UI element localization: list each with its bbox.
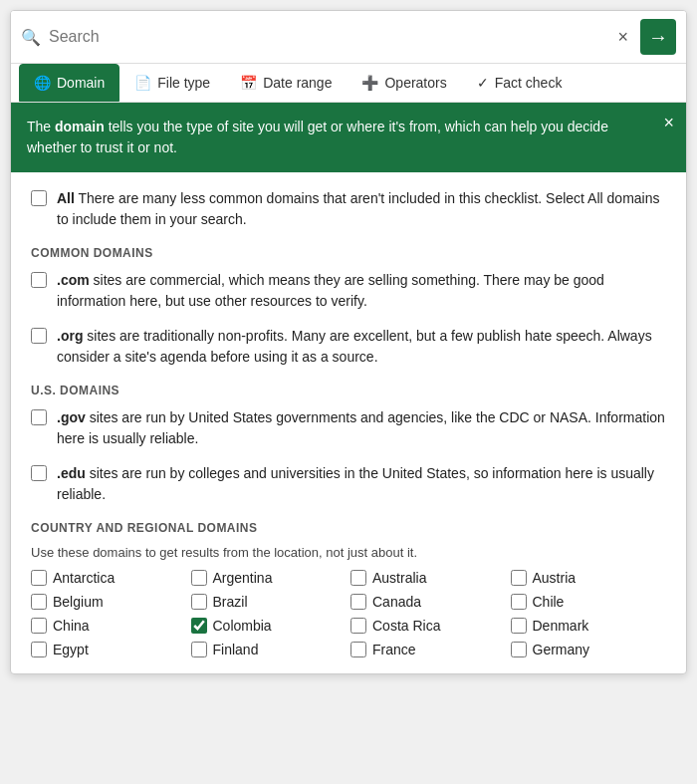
search-icon: 🔍 — [21, 28, 41, 47]
tab-daterange-label: Date range — [263, 75, 332, 91]
banner-close-button[interactable]: × — [663, 113, 674, 133]
colombia-label[interactable]: Colombia — [213, 618, 272, 634]
country-domains-heading: COUNTRY AND REGIONAL DOMAINS — [31, 521, 666, 535]
country-item-germany: Germany — [511, 642, 667, 657]
country-item-denmark: Denmark — [511, 618, 667, 634]
egypt-label[interactable]: Egypt — [53, 642, 89, 657]
country-item-costarica: Costa Rica — [350, 618, 507, 634]
canada-checkbox[interactable] — [350, 594, 366, 610]
country-item-brazil: Brazil — [191, 594, 348, 610]
country-grid: Antarctica Argentina Australia Austria B… — [31, 570, 666, 657]
denmark-checkbox[interactable] — [511, 618, 527, 634]
egypt-checkbox[interactable] — [31, 642, 47, 657]
chile-checkbox[interactable] — [511, 594, 527, 610]
tab-domain-label: Domain — [57, 75, 105, 91]
tab-operators[interactable]: ➕ Operators — [347, 64, 461, 102]
tab-bar: 🌐 Domain 📄 File type 📅 Date range ➕ Oper… — [11, 64, 686, 103]
belgium-label[interactable]: Belgium — [53, 594, 104, 610]
edu-checkbox[interactable] — [31, 465, 47, 481]
france-label[interactable]: France — [372, 642, 416, 657]
country-item-finland: Finland — [191, 642, 348, 657]
all-label[interactable]: All There are many less common domains t… — [57, 188, 666, 230]
factcheck-icon: ✓ — [477, 75, 489, 91]
tab-filetype-label: File type — [157, 75, 210, 91]
costarica-label[interactable]: Costa Rica — [372, 618, 440, 634]
argentina-label[interactable]: Argentina — [213, 570, 273, 586]
tab-operators-label: Operators — [384, 75, 446, 91]
germany-label[interactable]: Germany — [533, 642, 590, 657]
colombia-checkbox[interactable] — [191, 618, 207, 634]
country-item-colombia: Colombia — [191, 618, 348, 634]
all-checkbox-item: All There are many less common domains t… — [31, 188, 666, 230]
france-checkbox[interactable] — [350, 642, 366, 657]
domain-icon: 🌐 — [34, 75, 51, 91]
canada-label[interactable]: Canada — [372, 594, 421, 610]
belgium-checkbox[interactable] — [31, 594, 47, 610]
edu-label[interactable]: .edu sites are run by colleges and unive… — [57, 463, 666, 505]
search-clear-button[interactable]: × — [613, 28, 632, 46]
all-checkbox[interactable] — [31, 190, 47, 206]
australia-checkbox[interactable] — [350, 570, 366, 586]
country-item-france: France — [350, 642, 507, 657]
banner-text: The domain tells you the type of site yo… — [27, 119, 608, 155]
operators-icon: ➕ — [361, 75, 378, 91]
brazil-checkbox[interactable] — [191, 594, 207, 610]
com-checkbox-item: .com sites are commercial, which means t… — [31, 270, 666, 312]
org-checkbox[interactable] — [31, 328, 47, 344]
australia-label[interactable]: Australia — [372, 570, 426, 586]
country-item-egypt: Egypt — [31, 642, 187, 657]
main-window: 🔍 site:co × → 🌐 Domain 📄 File type 📅 Dat… — [10, 10, 687, 674]
chile-label[interactable]: Chile — [533, 594, 565, 610]
antarctica-checkbox[interactable] — [31, 570, 47, 586]
daterange-icon: 📅 — [240, 75, 257, 91]
gov-checkbox[interactable] — [31, 409, 47, 425]
tab-daterange[interactable]: 📅 Date range — [225, 64, 347, 102]
china-label[interactable]: China — [53, 618, 90, 634]
austria-checkbox[interactable] — [511, 570, 527, 586]
org-label[interactable]: .org sites are traditionally non-profits… — [57, 326, 666, 368]
country-item-argentina: Argentina — [191, 570, 348, 586]
content-area: All There are many less common domains t… — [11, 172, 686, 673]
edu-checkbox-item: .edu sites are run by colleges and unive… — [31, 463, 666, 505]
search-go-button[interactable]: → — [640, 19, 676, 55]
austria-label[interactable]: Austria — [533, 570, 577, 586]
china-checkbox[interactable] — [31, 618, 47, 634]
country-item-chile: Chile — [511, 594, 667, 610]
germany-checkbox[interactable] — [511, 642, 527, 657]
country-item-australia: Australia — [350, 570, 507, 586]
brazil-label[interactable]: Brazil — [213, 594, 248, 610]
country-domains-subtext: Use these domains to get results from th… — [31, 545, 666, 560]
country-item-belgium: Belgium — [31, 594, 187, 610]
tab-factcheck-label: Fact check — [495, 75, 563, 91]
denmark-label[interactable]: Denmark — [533, 618, 589, 634]
gov-label[interactable]: .gov sites are run by United States gove… — [57, 407, 666, 449]
search-bar: 🔍 site:co × → — [11, 11, 686, 64]
finland-label[interactable]: Finland — [213, 642, 259, 657]
tab-factcheck[interactable]: ✓ Fact check — [462, 64, 578, 102]
costarica-checkbox[interactable] — [350, 618, 366, 634]
common-domains-heading: COMMON DOMAINS — [31, 246, 666, 260]
info-banner: The domain tells you the type of site yo… — [11, 103, 686, 172]
gov-checkbox-item: .gov sites are run by United States gove… — [31, 407, 666, 449]
search-input[interactable]: site:co — [49, 28, 605, 46]
filetype-icon: 📄 — [134, 75, 151, 91]
us-domains-heading: U.S. DOMAINS — [31, 384, 666, 397]
com-checkbox[interactable] — [31, 272, 47, 288]
org-checkbox-item: .org sites are traditionally non-profits… — [31, 326, 666, 368]
country-item-canada: Canada — [350, 594, 507, 610]
country-item-china: China — [31, 618, 187, 634]
finland-checkbox[interactable] — [191, 642, 207, 657]
antarctica-label[interactable]: Antarctica — [53, 570, 115, 586]
country-item-austria: Austria — [511, 570, 667, 586]
tab-domain[interactable]: 🌐 Domain — [19, 64, 119, 102]
com-label[interactable]: .com sites are commercial, which means t… — [57, 270, 666, 312]
tab-filetype[interactable]: 📄 File type — [119, 64, 225, 102]
argentina-checkbox[interactable] — [191, 570, 207, 586]
country-item-antarctica: Antarctica — [31, 570, 187, 586]
